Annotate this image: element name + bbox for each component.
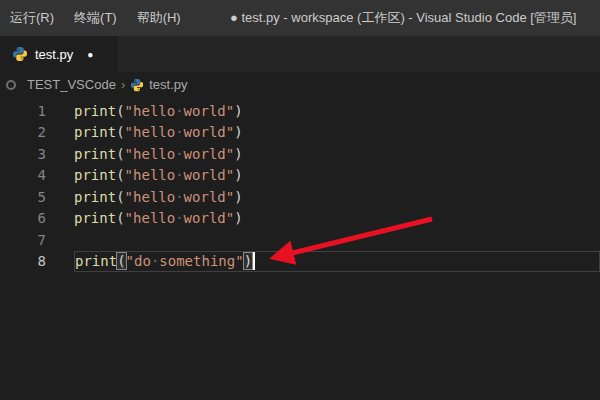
code-line[interactable]: 4print("hello·world")	[0, 165, 600, 187]
line-number: 1	[0, 103, 46, 119]
code-token: print	[74, 124, 116, 140]
code-token: (	[116, 189, 124, 205]
tab-test-py[interactable]: test.py ●	[0, 36, 118, 72]
code-token: print	[74, 210, 116, 226]
code-content[interactable]: print("hello·world")	[74, 208, 600, 230]
code-content[interactable]: print("hello·world")	[74, 143, 600, 165]
titlebar: 运行(R) 终端(T) 帮助(H) ● test.py - workspace …	[0, 0, 600, 36]
code-token: (	[116, 103, 124, 119]
code-token: )	[234, 146, 242, 162]
line-number: 2	[0, 124, 46, 140]
breadcrumb: TEST_VSCode › test.py	[0, 72, 600, 97]
bracket-match: )	[244, 253, 252, 269]
code-line[interactable]: 8print("do·something")	[0, 251, 600, 273]
menu-help[interactable]: 帮助(H)	[127, 0, 191, 36]
line-number: 6	[0, 210, 46, 226]
tab-label: test.py	[35, 47, 73, 62]
code-token: "hello	[125, 210, 176, 226]
bracket-match: (	[117, 253, 125, 269]
line-number: 7	[0, 232, 46, 248]
code-line[interactable]: 2print("hello·world")	[0, 122, 600, 144]
code-content[interactable]: print("hello·world")	[74, 122, 600, 144]
code-token: )	[234, 124, 242, 140]
code-token: print	[74, 167, 116, 183]
code-token: )	[234, 210, 242, 226]
line-number: 5	[0, 189, 46, 205]
code-token: (	[116, 167, 124, 183]
code-token: print	[75, 253, 117, 269]
modified-dot-icon[interactable]: ●	[87, 49, 93, 60]
breadcrumb-separator-icon: ›	[118, 77, 128, 92]
code-token: print	[74, 189, 116, 205]
code-token: )	[234, 167, 242, 183]
text-cursor	[253, 252, 255, 270]
code-content[interactable]: print("hello·world")	[74, 100, 600, 122]
menu-terminal[interactable]: 终端(T)	[64, 0, 127, 36]
code-token: "do	[126, 253, 151, 269]
line-number: 8	[0, 253, 46, 269]
code-editor[interactable]: 1print("hello·world")2print("hello·world…	[0, 97, 600, 272]
code-token: ·	[175, 146, 183, 162]
breadcrumb-file-label: test.py	[149, 77, 187, 92]
code-token: ·	[151, 253, 159, 269]
line-number: 3	[0, 146, 46, 162]
code-token: world"	[184, 167, 235, 183]
code-token: (	[116, 146, 124, 162]
breadcrumb-folder[interactable]: TEST_VSCode	[25, 77, 118, 92]
python-icon	[12, 46, 28, 62]
code-content[interactable]: print("do·something")	[74, 251, 600, 273]
code-line[interactable]: 6print("hello·world")	[0, 208, 600, 230]
code-token: world"	[184, 103, 235, 119]
code-content[interactable]: print("hello·world")	[74, 165, 600, 187]
line-number: 4	[0, 167, 46, 183]
code-token: ·	[175, 210, 183, 226]
code-token: ·	[175, 189, 183, 205]
code-token: world"	[184, 210, 235, 226]
code-line[interactable]: 5print("hello·world")	[0, 186, 600, 208]
code-token: world"	[184, 146, 235, 162]
code-content[interactable]	[74, 229, 600, 251]
window-title: ● test.py - workspace (工作区) - Visual Stu…	[230, 0, 576, 36]
tab-bar: test.py ●	[0, 36, 600, 72]
code-token: print	[74, 146, 116, 162]
menu-run[interactable]: 运行(R)	[0, 0, 64, 36]
code-token: ·	[175, 167, 183, 183]
code-lines: 1print("hello·world")2print("hello·world…	[0, 100, 600, 272]
circle-icon	[6, 80, 16, 90]
code-token: "hello	[125, 146, 176, 162]
code-token: something"	[159, 253, 243, 269]
code-token: "hello	[125, 189, 176, 205]
code-token: )	[234, 103, 242, 119]
code-line[interactable]: 7	[0, 229, 600, 251]
code-token: )	[234, 189, 242, 205]
code-token: print	[74, 103, 116, 119]
code-token: ·	[175, 103, 183, 119]
code-token: ·	[175, 124, 183, 140]
code-line[interactable]: 3print("hello·world")	[0, 143, 600, 165]
code-token: world"	[184, 189, 235, 205]
code-token: "hello	[125, 167, 176, 183]
breadcrumb-file[interactable]: test.py	[128, 77, 189, 92]
code-content[interactable]: print("hello·world")	[74, 186, 600, 208]
code-line[interactable]: 1print("hello·world")	[0, 100, 600, 122]
python-icon	[130, 78, 144, 92]
code-token: world"	[184, 124, 235, 140]
code-token: (	[116, 210, 124, 226]
code-token: (	[116, 124, 124, 140]
code-token: "hello	[125, 103, 176, 119]
code-token: "hello	[125, 124, 176, 140]
